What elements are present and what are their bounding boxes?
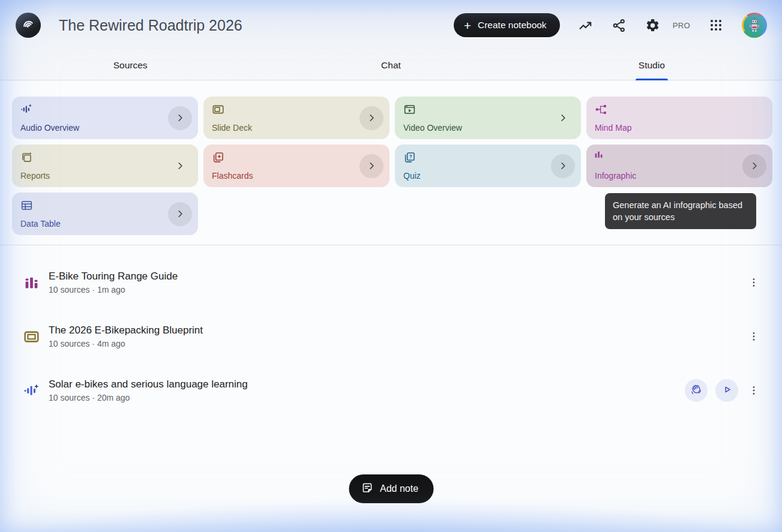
main-tabbar: Sources Chat Studio [0,50,782,80]
tool-label: Reports [20,171,50,181]
quiz-question-cards-icon: ? [403,151,416,164]
add-note-button[interactable]: Add note [349,474,433,503]
active-tab-underline [636,79,668,80]
slide-deck-icon [22,329,41,345]
artifact-meta: 10 sources · 4m ago [49,339,203,348]
chevron-right-icon[interactable] [359,106,383,130]
artifact-title: The 2026 E-Bikepacking Blueprint [49,324,203,336]
artifact-text: The 2026 E-Bikepacking Blueprint 10 sour… [49,324,203,348]
more-vertical-icon[interactable] [746,327,762,346]
artifact-actions [746,273,762,292]
studio-tool-card-infographic[interactable]: Infographic [586,145,772,187]
artifact-actions [746,327,762,346]
audio-waveform-sparkle-icon [22,383,41,399]
tab-chat[interactable]: Chat [260,50,521,80]
artifact-row-audio-overview[interactable]: Solar e-bikes and serious language learn… [0,363,782,417]
studio-tool-card-flashcards[interactable]: Flashcards [203,145,389,187]
tab-chat-label: Chat [381,60,401,71]
artifact-text: E-Bike Touring Range Guide 10 sources · … [49,270,178,294]
tool-label: Quiz [403,171,421,181]
header-actions: + Create notebook PRO [454,13,767,38]
section-divider [0,245,782,245]
studio-tool-card-mind-map[interactable]: Mind Map [586,97,772,139]
artifact-actions [685,379,762,402]
note-icon [361,482,373,497]
infographic-bar-chart-icon [22,275,41,291]
apps-grid-icon[interactable] [708,17,724,33]
tool-label: Infographic [595,171,636,181]
waving-hand-icon [690,383,703,398]
notebooklm-logo[interactable] [16,13,41,38]
infographic-tooltip: Generate an AI infographic based on your… [605,193,756,229]
tool-label: Data Table [20,219,61,229]
tab-studio-label: Studio [639,60,665,71]
artifact-row-slide-deck[interactable]: The 2026 E-Bikepacking Blueprint 10 sour… [0,309,782,363]
artifact-title: E-Bike Touring Range Guide [49,270,178,282]
studio-tool-card-video-overview[interactable]: Video Overview [395,97,581,139]
analytics-icon[interactable] [578,17,594,33]
studio-panel: Audio Overview Slide Deck [0,81,782,532]
chevron-right-icon[interactable] [168,202,192,226]
avatar[interactable] [742,13,767,38]
artifact-title: Solar e-bikes and serious language learn… [49,378,248,390]
share-icon[interactable] [612,17,627,33]
video-overview-icon [403,103,416,116]
chevron-right-icon[interactable] [359,154,383,178]
notebooklm-app: The Rewired Roadtrip 2026 + Create noteb… [0,0,782,532]
studio-tool-card-data-table[interactable]: Data Table [12,193,198,235]
infographic-mini-bars-icon [595,151,604,158]
svg-text:?: ? [409,154,412,160]
chevron-right-icon[interactable] [172,154,188,178]
interactive-mode-button[interactable] [685,379,708,402]
tab-sources-label: Sources [113,60,148,71]
plus-icon: + [464,19,471,32]
flashcards-star-icon [212,151,224,164]
add-note-label: Add note [380,483,418,494]
artifact-text: Solar e-bikes and serious language learn… [49,378,248,402]
studio-tool-card-slide-deck[interactable]: Slide Deck [203,97,389,139]
chevron-right-icon[interactable] [168,106,192,130]
chevron-right-icon[interactable] [551,154,575,178]
data-table-icon [20,199,33,212]
artifact-row-infographic[interactable]: E-Bike Touring Range Guide 10 sources · … [0,256,782,309]
artifact-meta: 10 sources · 1m ago [49,285,178,294]
notebook-title[interactable]: The Rewired Roadtrip 2026 [59,17,242,34]
artifact-meta: 10 sources · 20m ago [49,393,248,402]
studio-tool-card-reports[interactable]: Reports [12,145,198,187]
play-button[interactable] [715,379,738,402]
soundwave-logo-icon [20,16,36,34]
tool-label: Slide Deck [212,123,252,133]
tool-label: Video Overview [403,123,462,133]
tool-label: Flashcards [212,171,253,181]
more-vertical-icon[interactable] [746,381,762,400]
artifact-list: E-Bike Touring Range Guide 10 sources · … [0,256,782,417]
studio-tool-card-audio-overview[interactable]: Audio Overview [12,97,198,139]
play-icon [721,383,733,398]
report-sparkle-icon [20,151,33,164]
studio-tool-card-quiz[interactable]: ? Quiz [395,145,581,187]
app-header: The Rewired Roadtrip 2026 + Create noteb… [0,0,782,50]
tab-studio[interactable]: Studio [522,50,782,80]
settings-gear-icon[interactable] [645,17,661,33]
create-notebook-label: Create notebook [478,20,547,31]
create-notebook-button[interactable]: + Create notebook [454,13,560,37]
tab-sources[interactable]: Sources [0,50,260,80]
chevron-right-icon[interactable] [742,154,766,178]
slide-deck-icon [212,103,224,116]
mind-map-icon [595,103,607,116]
tool-label: Mind Map [595,123,631,133]
audio-waveform-sparkle-icon [20,103,33,116]
pro-badge: PRO [673,21,690,30]
avatar-robot-image [744,14,765,36]
tool-label: Audio Overview [20,123,79,133]
chevron-right-icon[interactable] [555,106,571,130]
more-vertical-icon[interactable] [746,273,762,292]
